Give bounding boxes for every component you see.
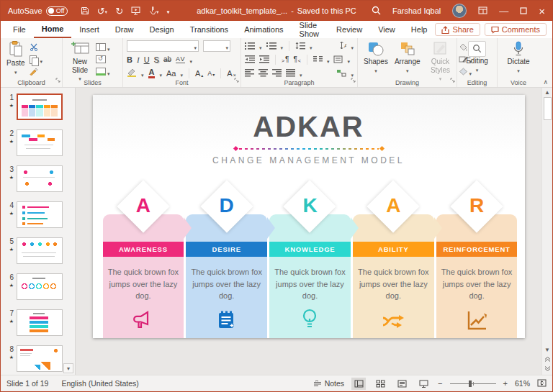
tab-home[interactable]: Home [34, 21, 72, 38]
format-painter-button[interactable] [30, 67, 43, 76]
dialog-launcher-icon[interactable] [450, 73, 455, 86]
tab-insert[interactable]: Insert [71, 21, 107, 38]
font-name-combo[interactable] [127, 40, 199, 52]
align-right-button[interactable] [272, 67, 282, 80]
copy-button[interactable] [30, 55, 43, 64]
customize-qat-icon[interactable] [167, 6, 170, 15]
font-color-button[interactable]: A [148, 68, 156, 78]
touch-mode-icon[interactable] [148, 6, 159, 15]
new-slide-button[interactable]: New Slide [66, 40, 94, 83]
normal-view-button[interactable] [351, 378, 366, 390]
scroll-up-icon[interactable]: ▲ [544, 89, 550, 96]
adkar-column-ability[interactable]: A ABILITY The quick brown fox jumps over… [353, 186, 434, 338]
justify-button[interactable] [286, 67, 295, 80]
arrange-button[interactable]: Arrange [392, 40, 423, 75]
slide-thumbnail-8[interactable]: 8 [4, 345, 71, 372]
dialog-launcher-icon[interactable] [351, 73, 356, 86]
slide-title[interactable]: ADKAR [93, 112, 525, 141]
close-button[interactable]: × [539, 6, 545, 17]
align-center-button[interactable] [258, 67, 268, 80]
slideshow-from-start-icon[interactable] [131, 6, 140, 15]
decrease-indent-button[interactable] [245, 53, 255, 66]
tab-review[interactable]: Review [328, 21, 370, 38]
cut-button[interactable] [30, 42, 43, 52]
tab-animations[interactable]: Animations [236, 21, 291, 38]
maximize-button[interactable] [520, 6, 527, 16]
saved-status[interactable]: Saved to this PC [297, 6, 356, 15]
zoom-level[interactable]: 61% [515, 379, 530, 388]
user-name[interactable]: Farshad Iqbal [392, 6, 441, 15]
reading-view-button[interactable] [395, 378, 409, 390]
section-button[interactable] [96, 67, 110, 76]
bullets-button[interactable] [245, 40, 255, 53]
zoom-slider-thumb[interactable] [469, 380, 472, 387]
scroll-down-icon[interactable]: ▼ [544, 347, 550, 353]
text-direction-button[interactable] [333, 53, 343, 66]
slide-thumbnail-4[interactable]: 4 [4, 201, 71, 228]
slide-thumbnail-6[interactable]: 6 [4, 273, 71, 300]
paste-button[interactable]: Paste [4, 40, 27, 76]
autosave-toggle[interactable]: AutoSave Off [8, 6, 68, 16]
comments-button[interactable]: Comments [485, 23, 547, 36]
text-height-button[interactable]: A [337, 40, 346, 53]
dialog-launcher-icon[interactable] [234, 73, 239, 86]
ribbon-display-options-icon[interactable] [478, 6, 487, 16]
tab-help[interactable]: Help [403, 21, 436, 38]
notes-button[interactable]: Notes [313, 379, 344, 388]
text-shadow-button[interactable]: S [154, 56, 159, 64]
character-spacing-button[interactable]: AV [176, 56, 185, 63]
dictate-button[interactable]: Dictate [505, 40, 531, 75]
slide-thumbnail-3[interactable]: 3 [4, 165, 71, 192]
align-left-button[interactable] [245, 67, 254, 80]
slide-editor[interactable]: ADKAR CHANGE MANAGEMENT MODEL A AWARENES… [93, 95, 525, 338]
save-icon[interactable] [81, 6, 89, 15]
adkar-column-reinforcement[interactable]: R REINFORCEMENT The quick brown fox jump… [436, 186, 518, 338]
adkar-column-desire[interactable]: D DESIRE The quick brown fox jumps over … [186, 186, 267, 338]
slide-indicator[interactable]: Slide 1 of 19 [6, 379, 48, 388]
underline-button[interactable]: U [144, 56, 150, 64]
shapes-button[interactable]: Shapes [361, 40, 390, 75]
language-indicator[interactable]: English (United States) [61, 379, 138, 388]
slide-thumbnail-7[interactable]: 7 [4, 309, 71, 336]
vertical-scrollbar[interactable]: ▲ ▼ [541, 88, 552, 375]
slide-thumbnail-5[interactable]: 5 [4, 237, 71, 264]
adkar-column-awareness[interactable]: A AWARENESS The quick brown fox jumps ov… [103, 186, 184, 338]
editing-button[interactable]: Editing [464, 40, 490, 74]
minimize-button[interactable]: — [499, 6, 508, 16]
slide-sorter-view-button[interactable] [373, 378, 387, 390]
change-case-button[interactable]: Aa [166, 70, 176, 78]
zoom-out-button[interactable] [438, 379, 442, 388]
previous-slide-button[interactable] [544, 356, 551, 363]
rtl-direction-button[interactable]: ¶< [293, 56, 300, 63]
tab-file[interactable]: File [5, 21, 34, 38]
italic-button[interactable]: I [137, 56, 140, 64]
columns-button[interactable] [313, 53, 323, 66]
decrease-font-size-button[interactable]: A▾ [207, 70, 215, 77]
slide-thumbnail-1[interactable]: 1 [4, 94, 71, 120]
redo-button[interactable] [115, 6, 123, 16]
scrollbar-thumb[interactable] [544, 97, 552, 120]
increase-font-size-button[interactable]: A▴ [195, 70, 203, 78]
fit-to-window-icon[interactable] [537, 379, 547, 388]
convert-to-smartart-button[interactable] [336, 67, 346, 80]
tab-design[interactable]: Design [141, 21, 181, 38]
line-spacing-button[interactable] [295, 40, 305, 53]
font-size-combo[interactable] [203, 40, 230, 52]
adkar-column-knowledge[interactable]: K KNOWLEDGE The quick brown fox jumps ov… [269, 186, 351, 338]
toggle-switch[interactable]: Off [46, 6, 68, 16]
avatar[interactable] [452, 4, 467, 18]
tab-transitions[interactable]: Transitions [182, 21, 236, 38]
next-slide-button[interactable] [544, 366, 551, 373]
numbering-button[interactable] [266, 40, 276, 53]
undo-button[interactable] [97, 6, 107, 16]
share-button[interactable]: Share [435, 23, 480, 36]
search-icon[interactable] [372, 6, 381, 17]
ltr-direction-button[interactable]: >¶ [282, 56, 289, 63]
bold-button[interactable]: B [127, 56, 132, 64]
tab-draw[interactable]: Draw [107, 21, 142, 38]
layout-button[interactable] [96, 42, 110, 52]
thumbnails-scroll-down-icon[interactable] [63, 363, 73, 373]
dialog-launcher-icon[interactable] [55, 73, 60, 86]
tab-view[interactable]: View [370, 21, 403, 38]
reset-button[interactable] [96, 55, 110, 64]
